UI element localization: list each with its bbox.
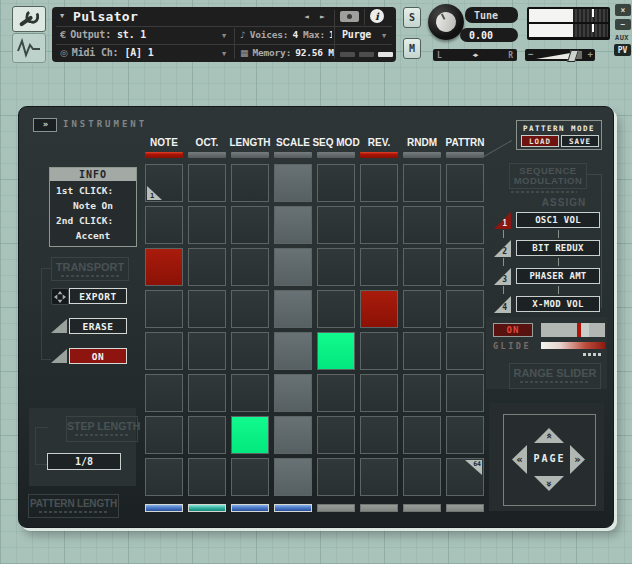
pan-slider[interactable]: L ◂▸ R (433, 49, 517, 61)
assign-x-mod-vol-button[interactable]: X-MOD VOL (516, 296, 600, 312)
glide-gradient-bar (541, 342, 605, 349)
seq-slot-3[interactable]: 3 (494, 268, 511, 285)
info-icon[interactable]: i (370, 9, 384, 23)
minimize-button[interactable]: − (615, 19, 631, 30)
knob-cap (432, 8, 459, 35)
collapse-arrow-icon[interactable]: ▼ (60, 12, 64, 20)
midi-icon: ◎ (60, 48, 68, 58)
instrument-panel: » INSTRUMENT PATTERN MODE LOAD SAVE NOTE… (18, 106, 614, 528)
aux-button[interactable]: AUX (612, 33, 632, 42)
prev-instrument-icon[interactable]: ◄ (304, 12, 309, 21)
assign-bit-redux-button[interactable]: BIT REDUX (516, 240, 600, 256)
divider (56, 44, 392, 45)
volume-plus[interactable]: + (588, 49, 593, 59)
output-label: Output: (70, 29, 111, 40)
chevron-down-icon[interactable]: ▼ (382, 32, 386, 40)
range-slider-heading: RANGE SLIDER (509, 363, 601, 389)
divider (364, 9, 365, 25)
purge-label: Purge (342, 29, 371, 40)
tune-label: Tune (465, 7, 518, 23)
solo-button[interactable]: S (403, 7, 421, 28)
chevron-down-icon[interactable]: ▼ (222, 32, 226, 40)
snapshot-camera-icon[interactable] (340, 11, 359, 22)
midi-value: [A] 1 (124, 47, 153, 58)
waveform-icon (17, 38, 41, 58)
close-button[interactable]: × (615, 4, 631, 16)
page-down-button[interactable]: « (534, 476, 564, 491)
slot-number: 2 (502, 247, 511, 257)
voices-label: Voices: (250, 29, 289, 40)
connector-tick (503, 286, 504, 294)
level-meter-left (529, 9, 608, 22)
divider (56, 26, 392, 27)
chevron-up-icon: « (544, 432, 554, 438)
tune-knob[interactable] (428, 4, 464, 40)
waveform-button[interactable] (12, 33, 46, 63)
slot-number: 1 (502, 219, 511, 229)
memory-icon: ▦ (240, 48, 249, 58)
volume-slider[interactable]: − + (525, 49, 595, 61)
pv-button[interactable]: PV (614, 44, 631, 56)
level-meters (527, 7, 610, 40)
voices-value: 4 (292, 29, 298, 40)
glide-label: GLIDE (493, 341, 531, 351)
glide-dots (583, 353, 601, 356)
pan-left-label: L (437, 51, 442, 60)
assign-osc1-vol-button[interactable]: OSC1 VOL (516, 212, 600, 228)
pan-handle-icon[interactable]: ◂▸ (472, 51, 477, 59)
page-nav: « « » « PAGE (503, 414, 596, 506)
mute-button[interactable]: M (403, 38, 421, 59)
page-up-button[interactable]: « (534, 428, 564, 443)
chevron-down-icon: « (544, 480, 554, 486)
chevron-down-icon[interactable]: ▼ (222, 50, 226, 58)
connector-tick (558, 230, 559, 238)
max-value: 128 (329, 29, 332, 40)
connector-tick (503, 258, 504, 266)
pan-right-label: R (508, 51, 513, 60)
seq-slot-4[interactable]: 4 (494, 296, 511, 313)
tune-value[interactable]: 0.00 (460, 28, 518, 42)
instrument-title: Pulsator (73, 9, 138, 24)
level-meter-right (529, 24, 608, 37)
page-label: PAGE (504, 453, 595, 464)
purge-meter-blocks (340, 52, 393, 57)
volume-minus[interactable]: − (528, 49, 533, 59)
seq-slot-2[interactable]: 2 (494, 240, 511, 257)
output-icon: € (60, 30, 66, 40)
connector-tick (503, 230, 504, 238)
connector-tick (558, 258, 559, 266)
divider (334, 10, 335, 59)
voices-icon: ♪ (240, 30, 246, 40)
assign-phaser-amt-button[interactable]: PHASER AMT (516, 268, 600, 284)
memory-readout: ▦ Memory: 92.56 MB (240, 47, 334, 58)
output-select[interactable]: € Output: st. 1 (60, 29, 225, 40)
edit-wrench-button[interactable] (12, 6, 46, 32)
memory-value: 92.56 MB (295, 47, 334, 58)
midi-label: Midi Ch: (72, 47, 119, 58)
kontakt-header-bar: ▼ Pulsator ◄ ► i € Output: st. 1 ▼ ◎ Mid… (52, 7, 396, 62)
glide-amount-slider[interactable] (541, 323, 605, 337)
glide-slider-segment (581, 323, 589, 337)
slot-number: 3 (502, 275, 511, 285)
fine-print (520, 381, 590, 383)
connector-tick (558, 286, 559, 294)
seq-slot-1[interactable]: 1 (494, 212, 511, 229)
divider (234, 28, 235, 59)
memory-label: Memory: (253, 47, 292, 58)
wrench-icon (16, 7, 42, 31)
midi-channel-select[interactable]: ◎ Midi Ch: [A] 1 (60, 47, 225, 58)
voices-readout: ♪ Voices: 4 Max: 128 (240, 29, 332, 40)
output-value: st. 1 (117, 29, 146, 40)
slot-number: 4 (502, 303, 511, 313)
glide-on-button[interactable]: ON (493, 323, 533, 337)
next-instrument-icon[interactable]: ► (320, 12, 325, 21)
screen: ▼ Pulsator ◄ ► i € Output: st. 1 ▼ ◎ Mid… (0, 0, 632, 564)
max-label: Max: (303, 29, 325, 40)
